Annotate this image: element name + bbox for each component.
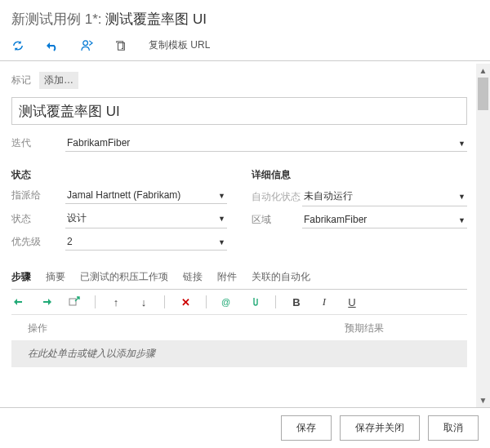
automation-label: 自动化状态 [252,190,302,204]
dialog-header: 新测试用例 1*: 测试覆盖率图 UI [0,0,490,35]
priority-value: 2 [65,233,227,251]
add-tag-button[interactable]: 添加… [39,72,78,89]
save-button[interactable]: 保存 [281,415,332,441]
header-sep: : [98,11,105,27]
section-details-head: 详细信息 [252,168,467,182]
undo-icon[interactable] [46,39,59,52]
svg-rect-2 [69,299,76,305]
parameter-icon[interactable]: @ [220,295,234,309]
assigned-value: Jamal Hartnett (Fabrikam) [65,187,227,204]
refresh-icon[interactable] [11,39,24,52]
insert-step-after-icon[interactable] [39,295,54,309]
header-prefix: 新测试用例 1 [11,11,92,27]
scroll-down-icon[interactable]: ▼ [476,393,490,407]
col-action: 操作 [28,322,345,335]
iteration-value: FabrikamFiber [65,135,467,152]
header-title: 测试覆盖率图 UI [105,11,207,27]
priority-select[interactable]: 2 ▼ [65,233,227,251]
assign-icon[interactable] [80,39,93,52]
dialog-footer: 保存 保存并关闭 取消 [0,407,490,448]
cancel-button[interactable]: 取消 [428,415,479,441]
state-label: 状态 [11,212,65,226]
italic-icon[interactable]: I [317,295,332,309]
area-label: 区域 [252,213,302,227]
svg-text:@: @ [221,297,230,307]
area-select[interactable]: FabrikamFiber ▼ [302,211,467,228]
copy-template-url-button[interactable]: 复制模板 URL [149,38,210,52]
steps-toolbar: ↑ ↓ ✕ @ B I U [11,290,467,315]
insert-shared-icon[interactable] [67,295,82,309]
move-up-icon[interactable]: ↑ [109,295,123,309]
tab-tested-backlog[interactable]: 已测试的积压工作项 [80,270,168,286]
scroll-thumb[interactable] [478,78,488,110]
tags-row: 标记 添加… [11,72,467,89]
scroll-up-icon[interactable]: ▲ [476,64,490,78]
section-state-head: 状态 [11,168,227,182]
underline-icon[interactable]: U [345,295,359,309]
automation-select[interactable]: 未自动运行 ▼ [302,187,467,206]
form-scroll-area: 标记 添加… 迭代 FabrikamFiber ▼ 状态 详细信息 指派给 Ja… [0,64,490,407]
save-and-close-button[interactable]: 保存并关闭 [340,415,420,441]
separator [275,295,276,308]
separator [164,295,165,308]
col-expected: 预期结果 [345,322,467,335]
automation-value: 未自动运行 [302,187,467,206]
assigned-select[interactable]: Jamal Hartnett (Fabrikam) ▼ [65,187,227,204]
tabs: 步骤 摘要 已测试的积压工作项 链接 附件 关联的自动化 [11,270,467,290]
iteration-label: 迭代 [11,136,65,150]
priority-label: 优先级 [11,235,65,249]
area-value: FabrikamFiber [302,211,467,228]
tags-label: 标记 [11,73,31,87]
attach-icon[interactable] [247,295,262,309]
svg-rect-1 [118,42,125,50]
svg-point-0 [82,41,87,46]
separator [206,295,207,308]
state-select[interactable]: 设计 ▼ [65,209,227,228]
tab-steps[interactable]: 步骤 [11,270,31,286]
add-step-placeholder[interactable]: 在此处单击或键入以添加步骤 [11,340,467,367]
assigned-label: 指派给 [11,189,65,202]
copy-icon[interactable] [114,39,127,52]
state-value: 设计 [65,209,227,228]
title-input[interactable] [11,97,467,125]
delete-step-icon[interactable]: ✕ [178,295,193,309]
top-toolbar: 复制模板 URL [0,35,490,61]
dirty-asterisk: * [92,11,98,27]
insert-step-icon[interactable] [11,295,26,309]
steps-grid-header: 操作 预期结果 [11,315,467,340]
tab-links[interactable]: 链接 [183,270,203,286]
separator [95,295,96,308]
iteration-row: 迭代 FabrikamFiber ▼ [11,135,467,152]
vertical-scrollbar[interactable]: ▲ ▼ [476,64,490,407]
bold-icon[interactable]: B [289,295,304,309]
move-down-icon[interactable]: ↓ [136,295,151,309]
tab-attachments[interactable]: 附件 [217,270,237,286]
tab-automation[interactable]: 关联的自动化 [252,270,310,286]
tab-summary[interactable]: 摘要 [46,270,65,286]
iteration-select[interactable]: FabrikamFiber ▼ [65,135,467,152]
